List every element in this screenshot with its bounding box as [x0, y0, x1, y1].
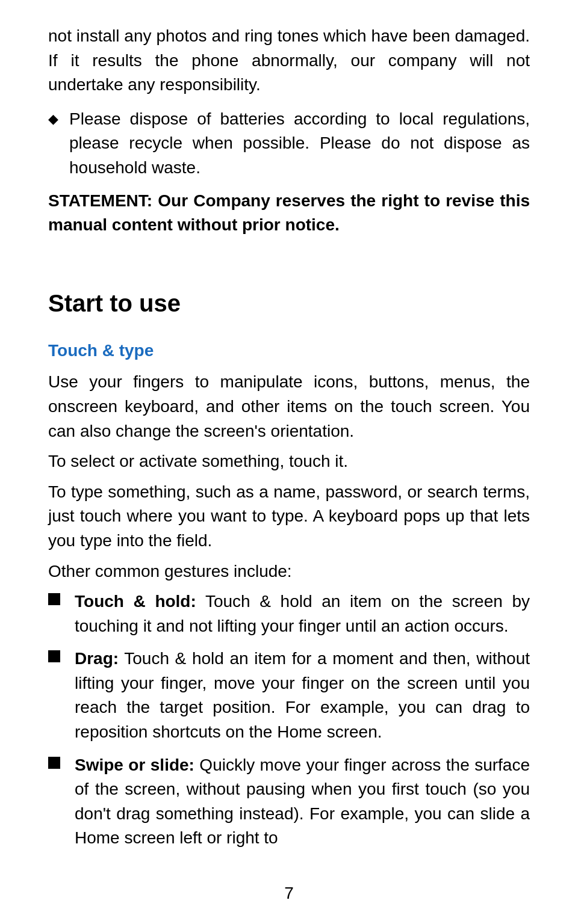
square-bullet-icon [48, 650, 60, 662]
touch-type-para4: Other common gestures include: [48, 559, 530, 584]
gesture-item-touch-hold: Touch & hold: Touch & hold an item on th… [48, 590, 530, 638]
start-to-use-section: Start to use Touch & type Use your finge… [48, 286, 530, 851]
gesture-content-drag: Drag: Touch & hold an item for a moment … [75, 647, 530, 744]
bullet-text-batteries: Please dispose of batteries according to… [69, 107, 530, 180]
square-bullet-icon [48, 593, 60, 605]
section-gap [48, 250, 530, 286]
gesture-item-drag: Drag: Touch & hold an item for a moment … [48, 647, 530, 744]
diamond-bullet-icon: ◆ [48, 109, 58, 129]
gesture-label-swipe: Swipe or slide: [75, 756, 194, 774]
gesture-item-swipe: Swipe or slide: Quickly move your finger… [48, 753, 530, 851]
gesture-label-drag: Drag: [75, 649, 119, 668]
bullet-item-batteries: ◆ Please dispose of batteries according … [48, 107, 530, 180]
statement-text: STATEMENT: Our Company reserves the righ… [48, 189, 530, 238]
page-container: not install any photos and ring tones wh… [0, 0, 578, 924]
gesture-text-drag: Touch & hold an item for a moment and th… [75, 649, 530, 741]
gesture-list: Touch & hold: Touch & hold an item on th… [48, 590, 530, 851]
section-title: Start to use [48, 286, 530, 321]
square-bullet-icon [48, 757, 60, 769]
gesture-label-touch-hold: Touch & hold: [75, 592, 196, 611]
gesture-content-swipe: Swipe or slide: Quickly move your finger… [75, 753, 530, 851]
touch-type-para3: To type something, such as a name, passw… [48, 480, 530, 553]
gesture-content-touch-hold: Touch & hold: Touch & hold an item on th… [75, 590, 530, 638]
subsection-title-touch-type: Touch & type [48, 339, 530, 363]
intro-paragraph: not install any photos and ring tones wh… [48, 24, 530, 97]
touch-type-para1: Use your fingers to manipulate icons, bu… [48, 370, 530, 443]
page-number: 7 [0, 881, 578, 906]
top-section: not install any photos and ring tones wh… [48, 24, 530, 238]
touch-type-para2: To select or activate something, touch i… [48, 449, 530, 474]
